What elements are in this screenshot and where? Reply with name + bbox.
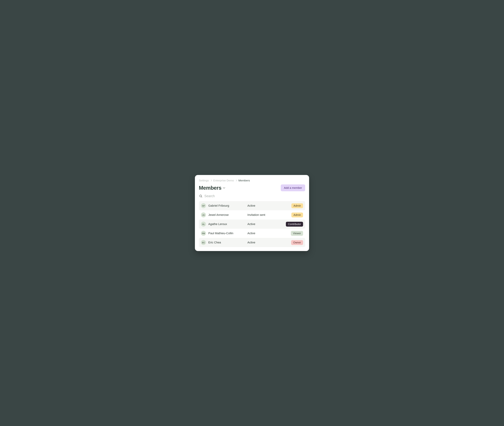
member-row[interactable]: PMPaul Mathieu-CollinActiveViewer	[199, 229, 305, 238]
svg-line-1	[201, 197, 202, 198]
app-background: Settings Enterprise Demo Members Members…	[174, 147, 331, 279]
page-title-dropdown[interactable]: Members	[199, 185, 225, 191]
member-name: Gabriel Fribourg	[208, 204, 245, 207]
breadcrumb: Settings Enterprise Demo Members	[199, 179, 305, 182]
avatar: PM	[201, 231, 206, 236]
breadcrumb-enterprise-demo[interactable]: Enterprise Demo	[213, 179, 234, 182]
member-status: Active	[247, 232, 289, 235]
members-card: Settings Enterprise Demo Members Members…	[195, 175, 309, 251]
member-name: Eric Chea	[208, 241, 245, 244]
role-badge[interactable]: Admin	[291, 203, 303, 208]
member-row[interactable]: ALAgathe LerouxActiveContributor	[199, 220, 305, 229]
member-name: Agathe Leroux	[208, 222, 245, 226]
search-icon	[199, 194, 202, 198]
member-status: Active	[247, 241, 289, 244]
member-row[interactable]: GFGabriel FribourgActiveAdmin	[199, 201, 305, 210]
member-status: Active	[247, 222, 283, 226]
member-row[interactable]: ECEric CheaActiveOwner	[199, 238, 305, 247]
breadcrumb-members: Members	[238, 179, 250, 182]
page-title: Members	[199, 185, 221, 191]
role-badge[interactable]: Contributor	[286, 222, 303, 227]
member-name: Jewel Annerose	[208, 213, 245, 217]
chevron-down-icon	[223, 186, 225, 189]
member-row[interactable]: JAJewel AnneroseInvitation sentAdmin	[199, 210, 305, 220]
chevron-right-icon	[210, 180, 212, 181]
role-badge[interactable]: Viewer	[291, 231, 303, 236]
role-badge[interactable]: Owner	[291, 240, 303, 245]
avatar: GF	[201, 203, 206, 208]
member-name: Paul Mathieu-Collin	[208, 232, 245, 235]
svg-point-0	[200, 195, 202, 197]
avatar: EC	[201, 240, 206, 245]
member-status: Active	[247, 204, 289, 207]
search-row	[199, 194, 305, 199]
members-list: GFGabriel FribourgActiveAdminJAJewel Ann…	[199, 201, 305, 247]
avatar: JA	[201, 213, 206, 217]
add-member-button[interactable]: Add a member	[281, 185, 305, 191]
header-row: Members Add a member	[199, 185, 305, 191]
chevron-right-icon	[235, 180, 237, 181]
avatar: AL	[201, 222, 206, 227]
breadcrumb-settings[interactable]: Settings	[199, 179, 209, 182]
role-badge[interactable]: Admin	[291, 213, 303, 217]
search-input[interactable]	[204, 194, 305, 198]
member-status: Invitation sent	[247, 213, 289, 217]
